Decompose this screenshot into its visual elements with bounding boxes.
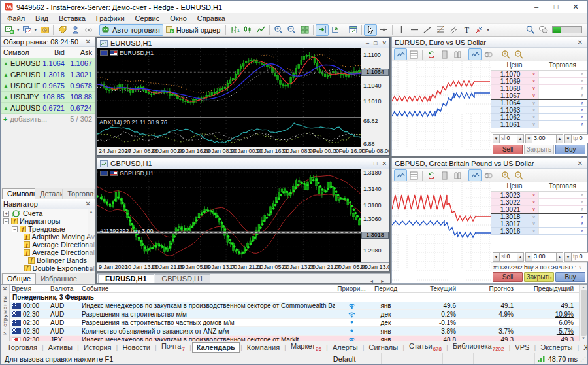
tp-stepper-value[interactable]: tp0: [572, 134, 588, 143]
tickline-button[interactable]: [468, 48, 482, 60]
profiles-button[interactable]: ▾: [21, 24, 39, 36]
sell-chevron-icon[interactable]: ∨: [529, 228, 538, 234]
buy-chevron-icon[interactable]: ∧: [578, 92, 587, 99]
panel-close-icon[interactable]: ✕: [576, 39, 584, 46]
market-watch-row[interactable]: ▲GBPUSD1.30181.3021: [1, 69, 95, 80]
add-symbol-icon[interactable]: +: [3, 115, 7, 123]
scroll-down-icon[interactable]: ▼: [581, 336, 585, 340]
menu-1[interactable]: Вид: [30, 14, 54, 22]
channel-button[interactable]: [447, 24, 460, 36]
tp-stepper-value[interactable]: tp0: [572, 252, 588, 262]
mw-tab-2[interactable]: Торговля: [63, 189, 95, 199]
calendar-col-header[interactable]: Период: [368, 285, 404, 292]
trendline-button[interactable]: [421, 24, 434, 36]
dropdown-caret-icon[interactable]: ▾: [35, 27, 37, 33]
zoom-out-button[interactable]: [285, 24, 298, 36]
gbpusd-tick-chart[interactable]: [392, 182, 491, 283]
gbpusd-time-axis[interactable]: 9 Jan 202010 Jan 13:0013 Jan 21:0015 Jan…: [97, 262, 389, 271]
tree-item[interactable]: fBollinger Bands: [1, 256, 95, 264]
bid-row[interactable]: 1.1063∨∧: [491, 107, 587, 114]
menu-4[interactable]: Сервис: [130, 14, 165, 22]
sell-chevron-icon[interactable]: ∨: [529, 100, 538, 107]
sell-chevron-icon[interactable]: ∨: [529, 206, 538, 213]
new-chart-button[interactable]: ▾: [3, 24, 21, 36]
bid-row[interactable]: 1.1064∨∧: [491, 99, 587, 107]
chart-minimize-button[interactable]: –: [366, 160, 369, 167]
toolbox-close-icon[interactable]: ✕: [1, 285, 8, 292]
tree-item[interactable]: fAdaptive Moving Av: [1, 233, 95, 241]
eurusd-plot[interactable]: EURUSD,H1 ADX(14) 20.21 11.38 9.76: [97, 48, 361, 147]
bottom-tab-14[interactable]: Журнал: [580, 343, 587, 352]
book-button[interactable]: [451, 169, 464, 181]
dropdown-caret-icon[interactable]: ▾: [487, 27, 489, 33]
fibonacci-button[interactable]: [434, 24, 447, 36]
text-object-button[interactable]: T: [460, 24, 473, 36]
col-ask[interactable]: Ask: [67, 48, 95, 56]
spin-down-icon[interactable]: ▼: [564, 134, 572, 143]
tree-item[interactable]: fAverage Directional: [1, 241, 95, 249]
trade-cell[interactable]: ∧: [538, 220, 587, 227]
buy-chevron-icon[interactable]: ∧: [578, 85, 587, 92]
calendar-event-row[interactable]: 02:30AUDРазрешения на строительство част…: [10, 319, 579, 327]
sell-chevron-icon[interactable]: ∨: [529, 121, 538, 128]
market-watch-row[interactable]: ▲USDJPY108.85108.88: [1, 92, 95, 103]
sell-chevron-icon[interactable]: ∨: [529, 78, 538, 84]
bid-row[interactable]: 1.3018∨∧: [491, 213, 587, 220]
menu-3[interactable]: Графики: [91, 14, 130, 22]
circles-button[interactable]: [482, 48, 495, 60]
buy-chevron-icon[interactable]: ∧: [578, 214, 587, 220]
eu-flag-icon[interactable]: [100, 50, 108, 56]
bottom-tab-1[interactable]: Активы: [44, 343, 76, 352]
tree-item[interactable]: −fИндикаторы: [1, 217, 95, 225]
volume-stepper-value[interactable]: 3.00: [532, 134, 556, 143]
circles-button[interactable]: [482, 169, 495, 181]
auto-trading-button[interactable]: Авто-торговля: [99, 24, 163, 36]
maximize-button[interactable]: □: [547, 1, 565, 12]
expand-icon[interactable]: +: [3, 211, 9, 217]
horizontal-line-button[interactable]: [408, 24, 421, 36]
spin-up-icon[interactable]: ▲: [517, 252, 524, 262]
sell-chevron-icon[interactable]: ∨: [529, 214, 538, 220]
ask-row[interactable]: 1.1069∨∧: [491, 78, 587, 85]
chart-maximize-button[interactable]: □: [374, 40, 377, 46]
market-watch-add-row[interactable]: + добавить... 5 / 302: [1, 114, 95, 124]
domgrid-button[interactable]: [407, 169, 420, 181]
calendar-event-row[interactable]: 02:30AUDКоличество объявлений о вакансия…: [10, 327, 579, 336]
ask-row[interactable]: 1.3021∨∧: [491, 206, 587, 213]
bottom-tab-8[interactable]: Алерты: [329, 343, 362, 352]
bottom-tab-2[interactable]: История: [80, 343, 116, 352]
trade-cell[interactable]: ∧: [538, 100, 587, 106]
trade-cell[interactable]: ∧: [538, 85, 587, 92]
tickline-button[interactable]: [468, 169, 482, 181]
bottom-tab-9[interactable]: Сигналы: [365, 343, 402, 352]
trade-cell[interactable]: ∧: [538, 92, 587, 99]
buy-chevron-icon[interactable]: ∧: [578, 220, 587, 227]
eurusd-time-axis[interactable]: 24 Jan 202027 Jan 08:0028 Jan 00:0028 Ja…: [97, 147, 389, 155]
calendar-col-header[interactable]: Приори...: [335, 285, 368, 292]
zoomout-y-button[interactable]: [512, 169, 525, 181]
sell-chevron-icon[interactable]: ∨: [529, 199, 538, 205]
bottom-tab-10[interactable]: Статьи678: [405, 341, 446, 353]
bid-row[interactable]: 1.3016∨∧: [491, 228, 587, 235]
chart-tab-scroll-icons[interactable]: ◄ ►: [367, 279, 390, 283]
shift-chart-button[interactable]: [316, 24, 329, 36]
calendar-col-header[interactable]: Прогноз: [461, 285, 519, 292]
buy-button[interactable]: Buy: [555, 272, 585, 282]
col-bid[interactable]: Bid: [40, 48, 67, 56]
resize-grip[interactable]: ⋰: [580, 356, 587, 362]
buy-chevron-icon[interactable]: ∧: [578, 71, 587, 77]
market-watch-row[interactable]: ▲EURUSD1.10641.1067: [1, 58, 95, 69]
strategy-tester-button[interactable]: [346, 24, 359, 36]
zoomout-y-button[interactable]: [512, 48, 525, 60]
bottom-tab-12[interactable]: VPS: [511, 343, 533, 352]
bid-row[interactable]: 1.1061∨∧: [491, 121, 587, 128]
sell-chevron-icon[interactable]: ∨: [529, 85, 538, 92]
event-previous[interactable]: -5.7%: [519, 328, 579, 335]
bottom-tab-6[interactable]: Компания: [243, 343, 284, 352]
collapse-icon[interactable]: −: [3, 218, 9, 224]
eurusd-tick-chart[interactable]: [392, 61, 491, 156]
sell-chevron-icon[interactable]: ∨: [529, 192, 538, 198]
domgrid-button[interactable]: [407, 48, 420, 60]
trade-cell[interactable]: ∧: [538, 199, 587, 205]
calendar-col-header[interactable]: Событие: [82, 285, 335, 292]
